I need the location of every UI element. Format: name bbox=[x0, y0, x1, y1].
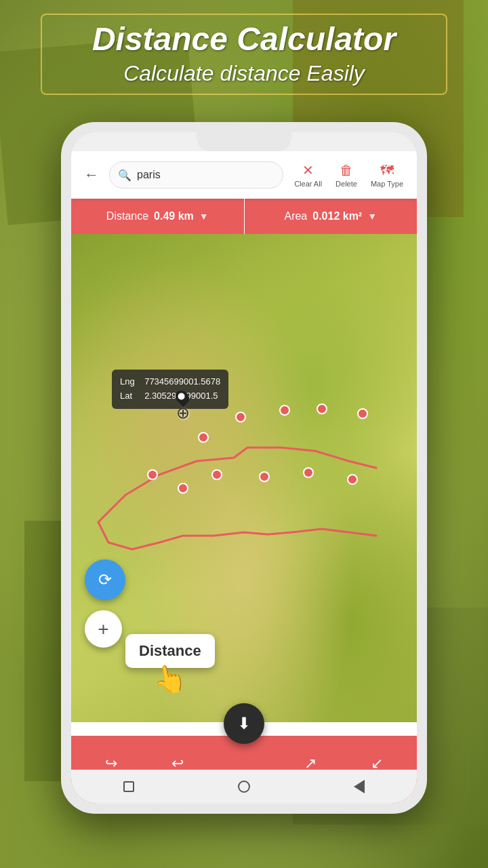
phone-notch bbox=[197, 132, 291, 151]
android-home-button[interactable] bbox=[234, 776, 254, 797]
lng-value: 77345699001.5678 bbox=[144, 376, 220, 387]
path-dot[interactable] bbox=[357, 408, 368, 419]
download-button[interactable]: ⬇ bbox=[224, 703, 264, 744]
android-back-button[interactable] bbox=[349, 776, 369, 797]
area-value: 0.012 km² bbox=[312, 210, 362, 222]
plus-button[interactable]: + bbox=[85, 610, 122, 648]
path-dot[interactable] bbox=[303, 467, 314, 478]
path-dot[interactable] bbox=[259, 471, 270, 482]
lat-row: Lat 2.305298699001.5 bbox=[120, 389, 220, 403]
home-icon bbox=[238, 781, 250, 793]
lng-label: Lng bbox=[120, 376, 135, 387]
back-button[interactable]: ← bbox=[79, 163, 104, 187]
title-area: Distance Calculator Calculate distance E… bbox=[0, 20, 488, 86]
clear-all-icon: ✕ bbox=[302, 162, 314, 178]
search-input[interactable]: paris bbox=[137, 169, 274, 181]
map-type-button[interactable]: 🗺 Map Type bbox=[365, 160, 409, 191]
clear-all-label: Clear All bbox=[294, 180, 322, 188]
area-dropdown-icon: ▼ bbox=[367, 211, 377, 222]
metric-bar: Distance 0.49 km ▼ Area 0.012 km² ▼ bbox=[71, 199, 417, 234]
distance-label: Distance bbox=[106, 210, 148, 222]
delete-button[interactable]: 🗑 Delete bbox=[330, 160, 363, 191]
android-navigation-bar bbox=[71, 770, 417, 804]
app-title: Distance Calculator bbox=[0, 20, 488, 58]
path-dot[interactable] bbox=[178, 483, 188, 494]
route-icon: ⟳ bbox=[98, 570, 112, 589]
area-label: Area bbox=[284, 210, 307, 222]
path-dot[interactable] bbox=[211, 469, 222, 480]
lng-row: Lng 77345699001.5678 bbox=[120, 375, 220, 389]
clear-all-button[interactable]: ✕ Clear All bbox=[289, 159, 327, 191]
path-dot[interactable] bbox=[147, 469, 158, 480]
android-recents-button[interactable] bbox=[119, 776, 139, 797]
back-arrow-icon: ← bbox=[84, 166, 99, 184]
phone-inner: ← 🔍 paris ✕ Clear All 🗑 Delete bbox=[71, 132, 417, 804]
path-dot[interactable] bbox=[198, 432, 209, 443]
path-dot[interactable] bbox=[347, 474, 358, 485]
search-icon: 🔍 bbox=[118, 169, 131, 182]
toolbar-actions: ✕ Clear All 🗑 Delete 🗺 Map Type bbox=[289, 159, 409, 191]
delete-label: Delete bbox=[336, 180, 357, 188]
plus-icon: + bbox=[98, 618, 108, 640]
phone-screen: ← 🔍 paris ✕ Clear All 🗑 Delete bbox=[71, 151, 417, 804]
map-type-label: Map Type bbox=[371, 180, 403, 188]
path-dot[interactable] bbox=[317, 403, 327, 414]
map-pin bbox=[176, 390, 188, 405]
area-metric[interactable]: Area 0.012 km² ▼ bbox=[245, 199, 418, 234]
path-dot[interactable] bbox=[235, 412, 246, 422]
lat-label: Lat bbox=[120, 391, 132, 401]
distance-value: 0.49 km bbox=[154, 210, 194, 222]
recents-icon bbox=[123, 781, 134, 792]
search-container[interactable]: 🔍 paris bbox=[109, 161, 283, 189]
map-type-icon: 🗺 bbox=[380, 163, 394, 178]
distance-metric[interactable]: Distance 0.49 km ▼ bbox=[71, 199, 244, 234]
path-dot[interactable] bbox=[279, 405, 290, 416]
hand-pointer-icon: 👆 bbox=[150, 660, 188, 698]
map-area[interactable]: Lng 77345699001.5678 Lat 2.305298699001.… bbox=[71, 234, 417, 722]
download-icon: ⬇ bbox=[237, 714, 251, 733]
map-background bbox=[71, 234, 417, 722]
back-triangle-icon bbox=[354, 780, 365, 793]
distance-dropdown-icon: ▼ bbox=[199, 211, 209, 222]
delete-icon: 🗑 bbox=[340, 163, 353, 178]
route-button[interactable]: ⟳ bbox=[85, 559, 125, 600]
phone-mockup: ← 🔍 paris ✕ Clear All 🗑 Delete bbox=[61, 122, 427, 814]
top-bar: ← 🔍 paris ✕ Clear All 🗑 Delete bbox=[71, 151, 417, 199]
app-subtitle: Calculate distance Easily bbox=[0, 61, 488, 86]
coordinate-popup: Lng 77345699001.5678 Lat 2.305298699001.… bbox=[112, 370, 228, 409]
